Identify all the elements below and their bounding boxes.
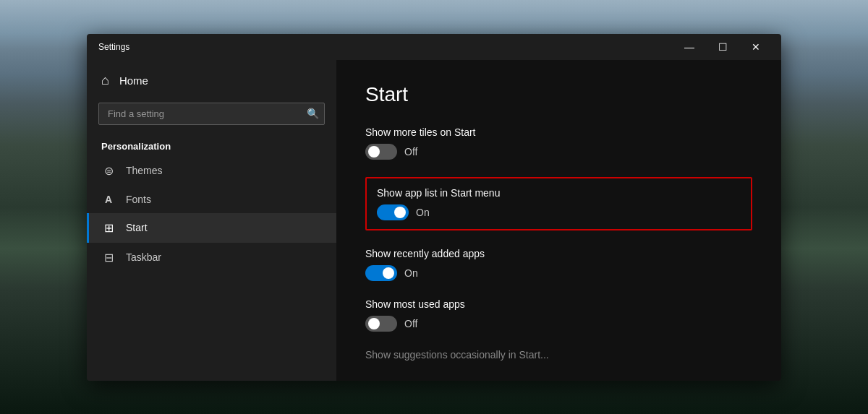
sidebar-item-themes[interactable]: ⊜ Themes xyxy=(87,156,336,186)
themes-icon: ⊜ xyxy=(101,164,116,178)
themes-label: Themes xyxy=(126,165,163,176)
show-app-list-toggle-row: On xyxy=(377,204,741,220)
section-label: Personalization xyxy=(87,132,336,156)
show-recently-added-state: On xyxy=(404,267,418,279)
show-app-list-label: Show app list in Start menu xyxy=(377,187,741,199)
show-more-tiles-label: Show more tiles on Start xyxy=(365,126,752,138)
show-most-used-label: Show most used apps xyxy=(365,298,752,310)
search-icon[interactable]: 🔍 xyxy=(307,108,319,119)
show-most-used-state: Off xyxy=(404,318,417,329)
show-app-list-toggle[interactable] xyxy=(377,204,409,220)
close-button[interactable]: ✕ xyxy=(739,34,773,60)
taskbar-label: Taskbar xyxy=(126,251,161,263)
sidebar-item-taskbar[interactable]: ⊟ Taskbar xyxy=(87,243,336,272)
window-content: ⌂ Home 🔍 Personalization ⊜ Themes A Font… xyxy=(87,60,781,381)
setting-show-app-list: Show app list in Start menu On xyxy=(365,177,752,230)
window-controls: — ☐ ✕ xyxy=(673,34,773,60)
start-label: Start xyxy=(126,222,148,233)
show-more-tiles-toggle[interactable] xyxy=(365,144,397,160)
fonts-icon: A xyxy=(101,194,116,205)
window-title: Settings xyxy=(98,42,129,52)
show-recently-added-label: Show recently added apps xyxy=(365,248,752,259)
home-label: Home xyxy=(119,74,148,87)
home-icon: ⌂ xyxy=(101,73,109,88)
settings-window: Settings — ☐ ✕ ⌂ Home 🔍 Personalization … xyxy=(87,34,781,381)
show-recently-added-toggle[interactable] xyxy=(365,265,397,281)
partial-setting-text: Show suggestions occasionally in Start..… xyxy=(365,349,752,361)
setting-show-more-tiles: Show more tiles on Start Off xyxy=(365,126,752,160)
titlebar: Settings — ☐ ✕ xyxy=(87,34,781,60)
page-title: Start xyxy=(365,83,752,106)
maximize-button[interactable]: ☐ xyxy=(706,34,739,60)
sidebar: ⌂ Home 🔍 Personalization ⊜ Themes A Font… xyxy=(87,60,336,381)
setting-show-most-used: Show most used apps Off xyxy=(365,298,752,332)
search-box: 🔍 xyxy=(98,103,325,125)
taskbar-icon: ⊟ xyxy=(101,251,116,264)
setting-show-recently-added: Show recently added apps On xyxy=(365,248,752,281)
search-input[interactable] xyxy=(98,103,325,125)
minimize-button[interactable]: — xyxy=(673,34,706,60)
fonts-label: Fonts xyxy=(126,194,151,205)
show-most-used-toggle-row: Off xyxy=(365,316,752,332)
show-more-tiles-state: Off xyxy=(404,146,417,158)
main-content: Start Show more tiles on Start Off Show … xyxy=(336,60,781,381)
show-recently-added-toggle-row: On xyxy=(365,265,752,281)
show-more-tiles-toggle-row: Off xyxy=(365,144,752,160)
sidebar-home-item[interactable]: ⌂ Home xyxy=(87,66,336,95)
sidebar-item-start[interactable]: ⊞ Start xyxy=(87,213,336,243)
sidebar-item-fonts[interactable]: A Fonts xyxy=(87,186,336,213)
show-app-list-state: On xyxy=(416,207,430,218)
start-icon: ⊞ xyxy=(101,221,116,235)
show-most-used-toggle[interactable] xyxy=(365,316,397,332)
